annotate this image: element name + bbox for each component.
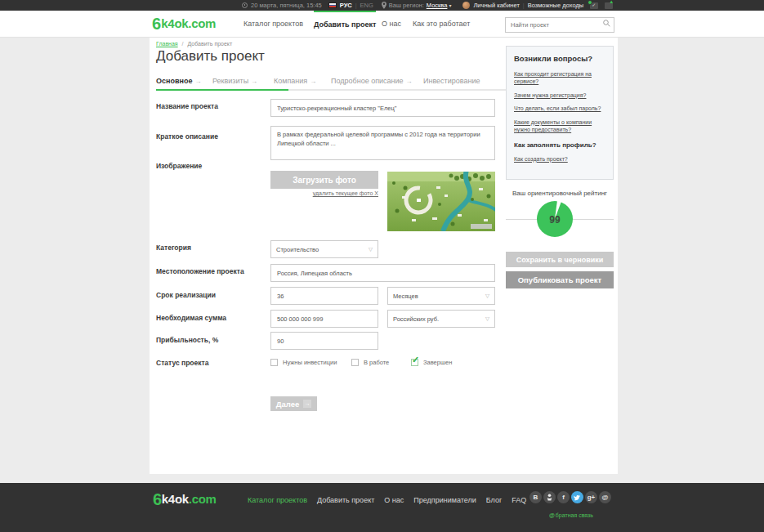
checkbox[interactable]: ✓: [351, 359, 359, 366]
profit-label: Прибыльность, %: [156, 336, 267, 344]
arrow-up-icon: ▲: [609, 0, 614, 4]
search-icon[interactable]: [603, 20, 610, 27]
tab-investment[interactable]: Инвестирование: [423, 77, 480, 85]
tab-requisites[interactable]: Реквизиты→: [212, 77, 257, 85]
faq-link-company-documents[interactable]: Какие документы о компании нужно предост…: [514, 118, 605, 134]
currency-select[interactable]: Российских руб.▽: [387, 310, 495, 328]
faq-link-create-project[interactable]: Как создать проект?: [514, 155, 605, 163]
status-label: Статус проекта: [156, 359, 267, 367]
amount-input[interactable]: [270, 310, 378, 328]
amount-label: Необходимая сумма: [156, 314, 267, 322]
footer-nav: Каталог проектов Добавить проект О нас П…: [248, 496, 526, 504]
personal-account-link[interactable]: Личный кабинет: [473, 2, 519, 9]
arrow-right-icon: →: [303, 400, 311, 408]
location-pin-icon: [382, 2, 386, 9]
nav-how-it-works[interactable]: Как это работает: [413, 11, 470, 37]
notification-badge: [588, 0, 592, 5]
vk-icon[interactable]: В: [529, 491, 542, 503]
questions-box: Возникли вопросы? Как проходит регистрац…: [506, 46, 614, 180]
social-links: В f g+ @: [529, 491, 611, 503]
profit-input[interactable]: [270, 332, 378, 350]
status-checkbox-need-investment[interactable]: ✓ Нужны инвестиции: [270, 359, 337, 366]
status-checkbox-in-progress[interactable]: ✓ В работе: [351, 359, 389, 366]
arrow-right-icon: →: [251, 78, 257, 85]
twitter-icon[interactable]: [571, 491, 583, 503]
footer-nav-catalog[interactable]: Каталог проектов: [248, 496, 307, 504]
language-eng[interactable]: ENG: [360, 2, 373, 9]
footer-nav-about[interactable]: О нас: [384, 496, 404, 504]
location-label: Местоположение проекта: [156, 267, 267, 275]
nav-add-project[interactable]: Добавить проект: [314, 11, 376, 37]
page-title: Добавить проект: [156, 48, 265, 65]
checkbox[interactable]: ✓: [270, 359, 278, 366]
tab-main[interactable]: Основное→: [156, 77, 201, 85]
at-icon: @: [549, 512, 555, 518]
region-label: Ваш регион:: [389, 2, 424, 9]
term-unit-select[interactable]: Месяцев▽: [387, 287, 495, 305]
dropdown-caret-icon: ▽: [485, 315, 489, 322]
project-name-label: Название проекта: [156, 102, 267, 110]
breadcrumb: Главная / Добавить проект: [156, 41, 232, 47]
checkbox[interactable]: ✓: [411, 359, 418, 366]
tab-company[interactable]: Компания→: [274, 77, 316, 85]
messages-icon[interactable]: [590, 2, 598, 9]
faq-link-why-register[interactable]: Зачем нужна регистрация?: [514, 92, 605, 99]
top-utility-bar: 20 марта, пятница, 15:45 РУС | ENG Ваш р…: [0, 0, 764, 11]
faq-link-forgot-password[interactable]: Что делать, если забыл пароль?: [514, 105, 605, 112]
category-select[interactable]: Строительство▽: [270, 240, 378, 258]
possible-income-link[interactable]: Возможные доходы: [528, 2, 583, 9]
arrow-right-icon: →: [310, 78, 316, 85]
nav-about[interactable]: О нас: [382, 11, 401, 37]
footer-nav-faq[interactable]: FAQ: [512, 496, 526, 504]
dropdown-caret-icon: ▽: [485, 293, 489, 299]
footer-nav-add-project[interactable]: Добавить проект: [317, 496, 374, 504]
upload-photo-button[interactable]: Загрузить фото: [270, 171, 378, 189]
save-draft-button[interactable]: Сохранить в черновики: [506, 252, 614, 267]
search-input[interactable]: [505, 17, 614, 33]
rating-label: Ваш ориентировочный рейтинг: [506, 190, 614, 197]
language-rus[interactable]: РУС: [340, 2, 352, 9]
next-button[interactable]: Далее →: [270, 396, 317, 411]
breadcrumb-home[interactable]: Главная: [156, 41, 178, 47]
region-selector[interactable]: Москва: [427, 2, 448, 9]
footer-nav-blog[interactable]: Блог: [486, 496, 502, 504]
breadcrumb-current: Добавить проект: [188, 41, 233, 47]
footer-logo[interactable]: 6k4ok.com: [153, 490, 217, 509]
current-date: 20 марта, пятница, 15:45: [251, 2, 322, 9]
project-name-input[interactable]: [270, 99, 495, 117]
dropdown-caret-icon: ▽: [369, 246, 373, 253]
facebook-icon[interactable]: f: [557, 491, 570, 503]
google-plus-icon[interactable]: g+: [585, 491, 597, 503]
site-logo[interactable]: 6k4ok.com: [152, 15, 216, 34]
search-box: [505, 16, 614, 31]
clock-icon: [242, 2, 248, 8]
livejournal-icon[interactable]: @: [599, 491, 611, 503]
term-label: Срок реализации: [156, 291, 267, 299]
project-image-thumbnail: [387, 172, 495, 231]
short-description-textarea[interactable]: В рамках федеральной целевой программы с…: [270, 126, 495, 160]
status-checkbox-completed[interactable]: ✓ Завершен: [411, 359, 452, 366]
odnoklassniki-icon[interactable]: [543, 491, 556, 503]
arrow-right-icon: →: [406, 78, 413, 85]
nav-catalog[interactable]: Каталог проектов: [243, 11, 303, 37]
image-label: Изображение: [156, 162, 267, 170]
publish-button[interactable]: Опубликовать проект: [506, 271, 614, 288]
russia-flag-icon: [328, 2, 337, 8]
tab-detailed-description[interactable]: Подробное описание→: [331, 77, 413, 85]
feedback-link[interactable]: @братная связь: [549, 512, 593, 518]
avatar[interactable]: [462, 2, 470, 9]
short-description-label: Краткое описание: [156, 132, 267, 141]
faq-link-registration-process[interactable]: Как проходит регистрация на сервисе?: [514, 70, 605, 86]
check-icon: ✓: [412, 355, 419, 365]
briefcase-icon[interactable]: ▲: [605, 2, 613, 9]
category-label: Категория: [156, 244, 267, 252]
site-header: 6k4ok.com Каталог проектов Добавить прое…: [0, 11, 764, 38]
footer-nav-entrepreneurs[interactable]: Предприниматели: [413, 496, 476, 504]
term-input[interactable]: [270, 287, 378, 305]
location-input[interactable]: [270, 264, 495, 282]
delete-current-photo-link[interactable]: удалить текущее фото X: [270, 190, 378, 196]
chevron-down-icon[interactable]: ▾: [449, 2, 451, 8]
main-content-panel: Главная / Добавить проект Добавить проек…: [150, 38, 618, 474]
page-root: 20 марта, пятница, 15:45 РУС | ENG Ваш р…: [0, 0, 764, 532]
questions-title: Возникли вопросы?: [514, 54, 605, 63]
